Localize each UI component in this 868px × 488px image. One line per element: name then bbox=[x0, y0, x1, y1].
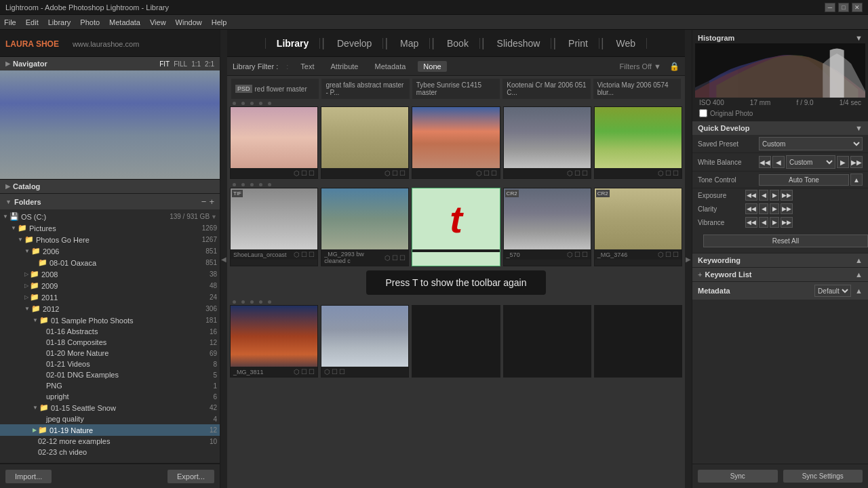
thumb-cell[interactable]: ⬡ ☐ ☐ bbox=[412, 106, 500, 179]
keyword-list-header[interactable]: + Keyword List ▲ bbox=[692, 267, 868, 281]
folder-item-pictures[interactable]: ▼ 📁 Pictures 1269 bbox=[0, 222, 220, 234]
qd-tone-collapse[interactable]: ▲ bbox=[850, 174, 863, 186]
thumb-cell[interactable] bbox=[594, 305, 682, 378]
folder-item-2011[interactable]: ▷ 📁 2011 24 bbox=[0, 291, 220, 303]
thumb-cell[interactable]: ⬡ ☐ ☐ bbox=[230, 106, 318, 179]
qd-wb-select[interactable]: Custom bbox=[786, 155, 835, 169]
qd-wb-prev[interactable]: ◀◀ bbox=[759, 156, 771, 168]
right-panel-edge[interactable]: ▶ bbox=[685, 30, 692, 488]
qd-clarity-inc-lg[interactable]: ▶▶ bbox=[781, 203, 793, 214]
histogram-collapse-icon[interactable]: ▼ bbox=[855, 34, 863, 42]
module-library[interactable]: Library bbox=[265, 38, 320, 49]
menu-metadata[interactable]: Metadata bbox=[109, 18, 140, 26]
filter-text[interactable]: Text bbox=[296, 61, 318, 72]
qd-clarity-dec[interactable]: ◀ bbox=[759, 203, 768, 214]
folder-item-seattle[interactable]: ▼ 📁 01-15 Seattle Snow 42 bbox=[0, 402, 220, 413]
thumb-cell[interactable]: ⬡ ☐ ☐ bbox=[503, 106, 591, 179]
qd-vibrance-dec-lg[interactable]: ◀◀ bbox=[745, 217, 757, 228]
qd-auto-tone-btn[interactable]: Auto Tone bbox=[759, 174, 849, 186]
keyword-list-add-icon[interactable]: + bbox=[698, 270, 702, 279]
filter-none[interactable]: None bbox=[418, 61, 446, 72]
folder-item-morenature[interactable]: ▷ 01-20 More Nature 69 bbox=[0, 348, 220, 359]
qd-exp-dec[interactable]: ◀ bbox=[759, 190, 768, 201]
sync-button[interactable]: Sync bbox=[698, 470, 778, 483]
qd-vibrance-inc-lg[interactable]: ▶▶ bbox=[781, 217, 793, 228]
qd-clarity-inc[interactable]: ▶ bbox=[770, 203, 779, 214]
nav-1to1[interactable]: 1:1 bbox=[191, 60, 201, 68]
qd-exp-inc[interactable]: ▶ bbox=[770, 190, 779, 201]
filter-metadata[interactable]: Metadata bbox=[370, 61, 410, 72]
qd-wb-next[interactable]: ▶▶ bbox=[850, 156, 863, 168]
folder-item-videos[interactable]: ▷ 01-21 Videos 8 bbox=[0, 359, 220, 369]
folder-item-jpeg[interactable]: ▷ jpeg quality 4 bbox=[0, 413, 220, 424]
menu-window[interactable]: Window bbox=[176, 18, 202, 26]
module-book[interactable]: Book bbox=[436, 38, 480, 49]
lock-icon[interactable]: 🔒 bbox=[669, 62, 679, 71]
folders-add-btn[interactable]: + bbox=[209, 197, 214, 207]
thumb-cell[interactable]: _MG_3811 ⬡ ☐ ☐ bbox=[230, 305, 318, 378]
menu-edit[interactable]: Edit bbox=[26, 18, 39, 26]
menu-view[interactable]: View bbox=[150, 18, 166, 26]
folder-item-upright[interactable]: ▷ upright 6 bbox=[0, 391, 220, 402]
qd-wb-prev-sm[interactable]: ◀ bbox=[772, 156, 785, 168]
folder-item-png[interactable]: ▷ PNG 1 bbox=[0, 380, 220, 391]
filter-attribute[interactable]: Attribute bbox=[327, 61, 363, 72]
folder-item-photosgohere[interactable]: ▼ 📁 Photos Go Here 1267 bbox=[0, 234, 220, 245]
quick-develop-header[interactable]: Quick Develop ▼ bbox=[692, 121, 868, 135]
thumb-cell[interactable]: ⬡ ☐ ☐ bbox=[594, 106, 682, 179]
folder-item-os[interactable]: ▼ 💾 OS (C:) 139 / 931 GB ▼ bbox=[0, 211, 220, 222]
qd-exp-inc-lg[interactable]: ▶▶ bbox=[781, 190, 793, 201]
qd-saved-preset-select[interactable]: Custom bbox=[759, 137, 863, 150]
navigator-header[interactable]: ▶ Navigator FIT FILL 1:1 2:1 bbox=[0, 57, 220, 70]
keywording-header[interactable]: Keywording ▲ bbox=[692, 253, 868, 267]
menu-photo[interactable]: Photo bbox=[80, 18, 100, 26]
module-slideshow[interactable]: Slideshow bbox=[486, 38, 552, 49]
folder-item-2012[interactable]: ▼ 📁 2012 306 bbox=[0, 303, 220, 314]
nav-fit[interactable]: FIT bbox=[159, 60, 170, 68]
module-print[interactable]: Print bbox=[557, 38, 599, 49]
maximize-button[interactable]: □ bbox=[838, 3, 849, 12]
folder-item-dng[interactable]: ▷ 02-01 DNG Examples 5 bbox=[0, 369, 220, 380]
module-web[interactable]: Web bbox=[606, 38, 648, 49]
minimize-button[interactable]: ─ bbox=[825, 3, 835, 12]
nav-2to1[interactable]: 2:1 bbox=[205, 60, 214, 68]
qd-reset-all-btn[interactable]: Reset All bbox=[703, 235, 868, 247]
metadata-preset-select[interactable]: Default bbox=[814, 285, 851, 297]
module-develop[interactable]: Develop bbox=[326, 38, 383, 49]
thumb-cell[interactable]: _570 ⬡ ☐ ☐ CR2 bbox=[503, 188, 591, 266]
orig-photo-checkbox[interactable] bbox=[699, 109, 707, 117]
folder-item-moreexamples[interactable]: ▷ 02-12 more examples 10 bbox=[0, 436, 220, 447]
folder-item-2009[interactable]: ▷ 📁 2009 48 bbox=[0, 280, 220, 291]
folder-item-sample[interactable]: ▼ 📁 01 Sample Photo Shoots 181 bbox=[0, 314, 220, 326]
thumb-cell[interactable]: ⬡ ☐ ☐ bbox=[321, 106, 409, 179]
thumb-cell[interactable]: ⬡ ☐ ☐ bbox=[321, 305, 409, 378]
nav-fill[interactable]: FILL bbox=[174, 60, 187, 68]
folder-item-nature[interactable]: ▶ 📁 01-19 Nature 12 bbox=[0, 424, 220, 436]
left-panel-edge[interactable]: ◀ bbox=[220, 30, 227, 488]
thumb-cell[interactable] bbox=[412, 305, 500, 378]
folder-item-oaxaca[interactable]: ▷ 📁 08-01 Oaxaca 851 bbox=[0, 257, 220, 268]
folder-item-2006[interactable]: ▼ 📁 2006 851 bbox=[0, 245, 220, 257]
menu-file[interactable]: File bbox=[4, 18, 16, 26]
thumb-cell[interactable]: _MG_3746 ⬡ ☐ ☐ CR2 bbox=[594, 188, 682, 266]
thumb-cell[interactable] bbox=[503, 305, 591, 378]
qd-clarity-dec-lg[interactable]: ◀◀ bbox=[745, 203, 757, 214]
menu-help[interactable]: Help bbox=[212, 18, 227, 26]
menu-library[interactable]: Library bbox=[48, 18, 71, 26]
thumb-cell[interactable]: ShoeLaura_orcoast ⬡ ☐ ☐ TIF bbox=[230, 188, 318, 266]
folders-remove-btn[interactable]: − bbox=[201, 197, 207, 207]
close-button[interactable]: ✕ bbox=[852, 3, 863, 12]
sync-settings-button[interactable]: Sync Settings bbox=[783, 470, 863, 483]
qd-exp-dec-lg[interactable]: ◀◀ bbox=[745, 190, 757, 201]
qd-wb-next-sm[interactable]: ▶ bbox=[837, 156, 849, 168]
folders-header[interactable]: ▼ Folders − + bbox=[0, 194, 220, 209]
folder-item-2008[interactable]: ▷ 📁 2008 38 bbox=[0, 268, 220, 280]
metadata-header[interactable]: Metadata Default ▲ bbox=[692, 281, 868, 300]
module-map[interactable]: Map bbox=[389, 38, 430, 49]
import-button[interactable]: Import... bbox=[5, 470, 52, 483]
folder-item-abstracts[interactable]: ▷ 01-16 Abstracts 16 bbox=[0, 326, 220, 337]
folder-item-chvideo[interactable]: ▷ 02-23 ch video bbox=[0, 447, 220, 458]
qd-vibrance-dec[interactable]: ◀ bbox=[759, 217, 768, 228]
folder-item-composites[interactable]: ▷ 01-18 Composites 12 bbox=[0, 337, 220, 348]
catalog-header[interactable]: ▶ Catalog bbox=[0, 180, 220, 193]
